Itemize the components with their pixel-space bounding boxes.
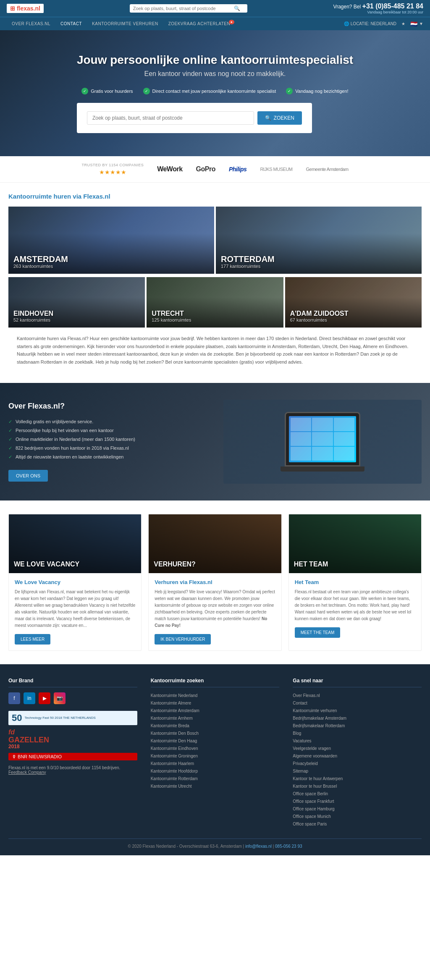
about-button[interactable]: OVER ONS: [8, 470, 48, 482]
card-body-vacancy: We Love Vacancy De lijfspreuk van Flexas…: [9, 573, 141, 650]
about-image: [223, 400, 422, 484]
logo[interactable]: ⊞ flexas.nl: [7, 4, 44, 13]
list-item: Kantoorruimte Breda: [151, 723, 280, 728]
kantoor-link-3[interactable]: Kantoorruimte Arnhem: [151, 716, 193, 721]
snel-link-6[interactable]: Vacatures: [293, 739, 311, 743]
star-icon: ★: [401, 21, 405, 26]
social-facebook[interactable]: f: [8, 692, 20, 704]
card-body-team: Het Team Flexas.nl bestaat uit een team …: [289, 573, 421, 644]
nav-flag[interactable]: 🇳🇱 ▼: [410, 21, 423, 27]
globe-icon: 🌐: [344, 21, 349, 26]
city-card-utrecht[interactable]: UTRECHT 125 kantoorruimtes: [147, 277, 283, 328]
city-card-zuidoost[interactable]: A'DAM ZUIDOOST 67 kantoorruimtes: [285, 277, 422, 328]
top-search[interactable]: 🔍: [130, 4, 247, 13]
city-card-amsterdam[interactable]: AMSTERDAM 263 kantoorruimtes: [8, 207, 214, 274]
city-card-bg-zuidoost: A'DAM ZUIDOOST 67 kantoorruimtes: [285, 277, 422, 328]
list-item: Office space Paris: [293, 821, 422, 827]
snel-link-3[interactable]: Bedrijfsmakelaar Amsterdam: [293, 716, 346, 721]
social-instagram[interactable]: 📷: [54, 692, 66, 704]
snel-link-5[interactable]: Blog: [293, 731, 301, 736]
kantoor-link-5[interactable]: Kantoorruimte Den Bosch: [151, 731, 199, 736]
screen-tile-4: [291, 432, 311, 446]
kantoor-link-9[interactable]: Kantoorruimte Haarlem: [151, 761, 194, 766]
about-title: Over Flexas.nl?: [8, 402, 207, 411]
snel-link-15[interactable]: Office space Hamburg: [293, 807, 334, 811]
snel-link-9[interactable]: Privacybeleid: [293, 761, 317, 766]
top-search-input[interactable]: [133, 6, 234, 11]
card-btn-vacancy[interactable]: LEES MEER: [15, 634, 50, 645]
card-btn-verhuren[interactable]: IK BEN VERHUURDER: [155, 634, 211, 645]
hero-content: Jouw persoonlijke online kantoorruimtesp…: [77, 53, 353, 133]
card-img-vacancy: WE LOVE VACANCY: [9, 514, 141, 573]
laptop-base: [281, 466, 364, 472]
list-item: Kantoorruimte Den Bosch: [151, 730, 280, 736]
card-btn-team[interactable]: MEET THE TEAM: [295, 627, 341, 638]
snel-link-16[interactable]: Office space Munich: [293, 814, 330, 819]
kantoor-link-6[interactable]: Kantoorruimte Den Haag: [151, 739, 197, 743]
snel-link-12[interactable]: Kantoor te huur Brussel: [293, 784, 337, 789]
card-verhuren: VERHUREN? Verhuren via Flexas.nl Heb jij…: [148, 514, 281, 651]
fd-icon: fd: [8, 728, 15, 736]
kantoor-link-4[interactable]: Kantoorruimte Breda: [151, 723, 189, 728]
hero-search-input[interactable]: [87, 111, 254, 125]
nav-badge: ●: [229, 20, 234, 24]
card-team: HET TEAM Het Team Flexas.nl bestaat uit …: [288, 514, 422, 651]
list-item: Kantoorruimte Arnhem: [151, 715, 280, 721]
kantoor-link-2[interactable]: Kantoorruimte Amsterdam: [151, 708, 199, 713]
hero-search-button[interactable]: 🔍 ZOEKEN: [257, 111, 302, 125]
kantoor-link-12[interactable]: Kantoorruimte Utrecht: [151, 784, 192, 789]
snel-link-14[interactable]: Office space Frankfurt: [293, 799, 334, 804]
snel-link-17[interactable]: Office space Paris: [293, 822, 327, 826]
snel-link-7[interactable]: Veelgestelde vragen: [293, 746, 331, 751]
snel-link-2[interactable]: Kantoorruimte verhuren: [293, 708, 337, 713]
kantoor-link-1[interactable]: Kantoorruimte Almere: [151, 701, 191, 705]
card-text-verhuren: Heb jij leegstand? We love vacancy! Waar…: [155, 589, 275, 629]
card-img-verhuren: VERHUREN?: [149, 514, 281, 573]
footer-snel-title: Ga snel naar: [293, 678, 422, 687]
footer-col-snel: Ga snel naar Over Flexas.nl Contact Kant…: [293, 678, 422, 828]
phone-number[interactable]: +31 (0)85-485 21 84: [362, 3, 423, 10]
list-item: Algemene voorwaarden: [293, 753, 422, 759]
footer-email[interactable]: info@flexas.nl: [245, 844, 272, 849]
snel-link-10[interactable]: Sitemap: [293, 769, 308, 773]
hero-section: Jouw persoonlijke online kantoorruimtesp…: [0, 30, 430, 156]
trust-logo-wework: WeWork: [157, 165, 182, 173]
nav-favorite[interactable]: ★: [401, 21, 405, 26]
nav-location[interactable]: 🌐 LOCATIE: NEDERLAND: [344, 21, 396, 26]
social-linkedin[interactable]: in: [24, 692, 35, 704]
phone-block: Vragen? Bel +31 (0)85-485 21 84 Vandaag …: [333, 3, 423, 14]
trust-bar: TRUSTED BY 1154 COMPANIES ★★★★★ WeWork G…: [0, 156, 430, 183]
card-text-team: Flexas.nl bestaat uit een team van jonge…: [295, 589, 415, 622]
feedback-company-link[interactable]: Feedback Company: [8, 770, 46, 775]
trust-rating: TRUSTED BY 1154 COMPANIES ★★★★★: [81, 163, 144, 176]
snel-link-13[interactable]: Office space Berlin: [293, 791, 328, 796]
snel-link-0[interactable]: Over Flexas.nl: [293, 693, 320, 698]
footer-phone[interactable]: 085-056 23 93: [275, 844, 302, 849]
logo-text: flexas: [17, 5, 34, 12]
list-item: Kantoorruimte verhuren: [293, 707, 422, 713]
kantoor-link-7[interactable]: Kantoorruimte Eindhoven: [151, 746, 198, 751]
nav-item-over[interactable]: OVER FLEXAS.NL: [7, 17, 55, 30]
snel-link-1[interactable]: Contact: [293, 701, 307, 705]
city-card-eindhoven[interactable]: EINDHOVEN 52 kantoorruimtes: [8, 277, 145, 328]
snel-link-4[interactable]: Bedrijfsmakelaar Rotterdam: [293, 723, 345, 728]
kantoor-link-0[interactable]: Kantoorruimte Nederland: [151, 693, 198, 698]
nav-item-zoekvraag[interactable]: ZOEKVRAAG ACHTERLATEN ●: [163, 17, 236, 30]
card-text-vacancy: De lijfspreuk van Flexas.nl, maar wat be…: [15, 589, 135, 629]
kantoor-link-10[interactable]: Kantoorruimte Hoofddorp: [151, 769, 198, 773]
city-info-amsterdam: AMSTERDAM 263 kantoorruimtes: [13, 254, 68, 269]
kantoor-link-11[interactable]: Kantoorruimte Rotterdam: [151, 776, 198, 781]
kantoor-link-8[interactable]: Kantoorruimte Groningen: [151, 754, 198, 758]
social-youtube[interactable]: ▶: [39, 692, 50, 704]
card-vacancy: WE LOVE VACANCY We Love Vacancy De lijfs…: [8, 514, 142, 651]
city-card-rotterdam[interactable]: ROTTERDAM 177 kantoorruimtes: [216, 207, 422, 274]
list-item: Bedrijfsmakelaar Amsterdam: [293, 715, 422, 721]
snel-link-8[interactable]: Algemene voorwaarden: [293, 754, 337, 758]
city-card-bg-utrecht: UTRECHT 125 kantoorruimtes: [147, 277, 283, 328]
snel-link-11[interactable]: Kantoor te huur Antwerpen: [293, 776, 343, 781]
city-info-eindhoven: EINDHOVEN 52 kantoorruimtes: [13, 310, 53, 322]
nav-item-verhuren[interactable]: KANTOORRUIMTE VERHUREN: [87, 17, 163, 30]
cards-grid: WE LOVE VACANCY We Love Vacancy De lijfs…: [8, 514, 422, 651]
badge-gazellen: fd GAZELLEN 2018: [8, 728, 137, 749]
nav-item-contact[interactable]: CONTACT: [55, 17, 87, 30]
